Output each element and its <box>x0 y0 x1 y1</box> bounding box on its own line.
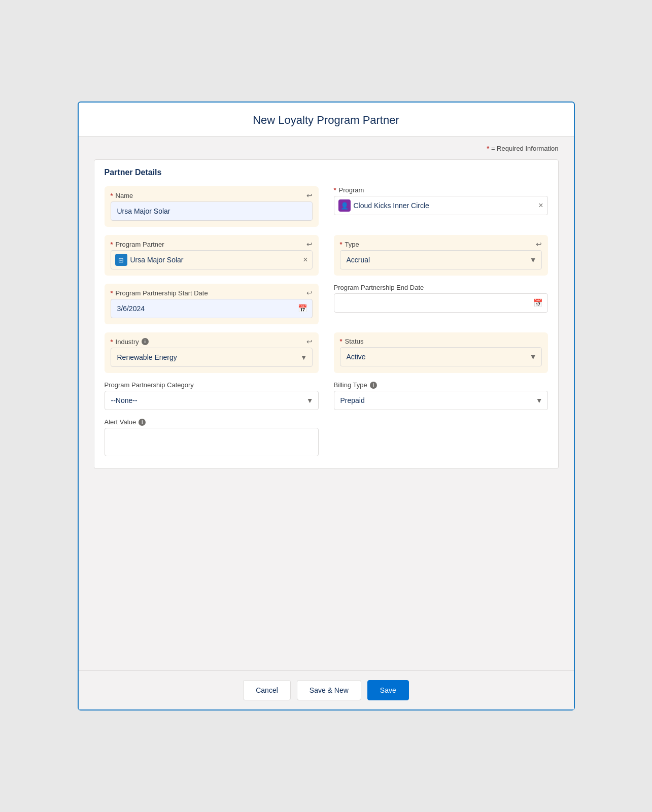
type-reset-icon[interactable]: ↩ <box>536 240 542 248</box>
program-partner-lookup-icon: ⊞ <box>115 254 127 266</box>
program-partner-reset-icon[interactable]: ↩ <box>306 240 313 248</box>
required-info-text: * = Required Information <box>94 145 559 152</box>
type-select-wrapper: Accrual Redemption Both ▼ <box>340 250 542 269</box>
modal: New Loyalty Program Partner * = Required… <box>78 101 575 710</box>
type-field: * Type ↩ Accrual Redemption Both ▼ <box>334 235 548 276</box>
name-input[interactable] <box>111 201 313 221</box>
section-title: Partner Details <box>105 168 548 177</box>
status-field: * Status Active Inactive Pending ▼ <box>334 332 548 373</box>
name-field: * Name ↩ <box>105 186 319 227</box>
partner-details-section: Partner Details * Name ↩ * <box>94 159 559 469</box>
status-label: * Status <box>340 337 542 345</box>
start-date-wrapper: 📅 <box>111 299 313 318</box>
industry-info-icon[interactable]: i <box>142 338 149 345</box>
industry-field: * Industry i ↩ Renewable Energy Technolo… <box>105 332 319 373</box>
billing-type-field: Billing Type i Prepaid Postpaid None ▼ <box>334 381 548 410</box>
alert-value-input[interactable] <box>105 428 319 456</box>
end-date-field: Program Partnership End Date 📅 <box>334 284 548 324</box>
modal-footer: Cancel Save & New Save <box>79 670 574 709</box>
alert-value-field: Alert Value i <box>105 418 319 456</box>
billing-type-select-wrapper: Prepaid Postpaid None ▼ <box>334 391 548 410</box>
required-asterisk: * <box>487 145 489 152</box>
category-select[interactable]: --None-- Bronze Silver Gold <box>105 391 319 410</box>
category-select-wrapper: --None-- Bronze Silver Gold ▼ <box>105 391 319 410</box>
program-partner-value: Ursa Major Solar <box>130 256 300 264</box>
start-date-required-asterisk: * <box>111 289 113 297</box>
program-partner-required-asterisk: * <box>111 241 113 248</box>
start-date-field: * Program Partnership Start Date ↩ 📅 <box>105 284 319 324</box>
program-value: Cloud Kicks Inner Circle <box>354 201 536 210</box>
type-required-asterisk: * <box>340 241 342 248</box>
category-label: Program Partnership Category <box>105 381 319 389</box>
program-partner-field: * Program Partner ↩ ⊞ Ursa Major Solar × <box>105 235 319 276</box>
end-date-wrapper: 📅 <box>334 293 548 313</box>
form-grid: * Name ↩ * Program 👤 <box>105 186 548 456</box>
program-label: * Program <box>334 186 548 194</box>
alert-value-label: Alert Value i <box>105 418 319 426</box>
program-lookup-icon: 👤 <box>338 199 351 212</box>
modal-header: New Loyalty Program Partner <box>79 103 574 137</box>
program-lookup[interactable]: 👤 Cloud Kicks Inner Circle × <box>334 196 548 215</box>
modal-title: New Loyalty Program Partner <box>94 114 559 127</box>
alert-value-wrapper <box>105 428 319 456</box>
industry-reset-icon[interactable]: ↩ <box>306 337 313 346</box>
start-date-label: * Program Partnership Start Date ↩ <box>111 289 313 297</box>
end-date-input[interactable] <box>334 293 548 313</box>
billing-type-select[interactable]: Prepaid Postpaid None <box>334 391 548 410</box>
program-partner-label: * Program Partner ↩ <box>111 240 313 248</box>
industry-select[interactable]: Renewable Energy Technology Finance Heal… <box>111 348 313 367</box>
name-label: * Name ↩ <box>111 191 313 199</box>
status-select[interactable]: Active Inactive Pending <box>340 347 542 366</box>
industry-select-wrapper: Renewable Energy Technology Finance Heal… <box>111 348 313 367</box>
name-field-wrapper <box>111 201 313 221</box>
save-new-button[interactable]: Save & New <box>297 680 361 700</box>
alert-value-info-icon[interactable]: i <box>139 419 146 426</box>
program-partner-lookup[interactable]: ⊞ Ursa Major Solar × <box>111 250 313 269</box>
industry-label: * Industry i ↩ <box>111 337 313 346</box>
save-button[interactable]: Save <box>367 680 409 700</box>
status-select-wrapper: Active Inactive Pending ▼ <box>340 347 542 366</box>
program-field: * Program 👤 Cloud Kicks Inner Circle × <box>334 186 548 227</box>
modal-body: * = Required Information Partner Details… <box>79 137 574 670</box>
start-date-reset-icon[interactable]: ↩ <box>306 289 313 297</box>
program-partner-clear-icon[interactable]: × <box>303 256 307 264</box>
cancel-button[interactable]: Cancel <box>243 680 291 700</box>
billing-type-info-icon[interactable]: i <box>370 382 377 389</box>
required-info-label: = Required Information <box>491 145 559 152</box>
billing-type-label: Billing Type i <box>334 381 548 389</box>
category-field: Program Partnership Category --None-- Br… <box>105 381 319 410</box>
name-required-asterisk: * <box>111 192 113 199</box>
type-label: * Type ↩ <box>340 240 542 248</box>
type-select[interactable]: Accrual Redemption Both <box>340 250 542 269</box>
industry-required-asterisk: * <box>111 338 113 346</box>
end-date-label: Program Partnership End Date <box>334 284 548 291</box>
start-date-input[interactable] <box>111 299 313 318</box>
program-clear-icon[interactable]: × <box>538 201 543 210</box>
name-reset-icon[interactable]: ↩ <box>306 191 313 199</box>
program-required-asterisk: * <box>334 186 336 194</box>
status-required-asterisk: * <box>340 337 342 345</box>
